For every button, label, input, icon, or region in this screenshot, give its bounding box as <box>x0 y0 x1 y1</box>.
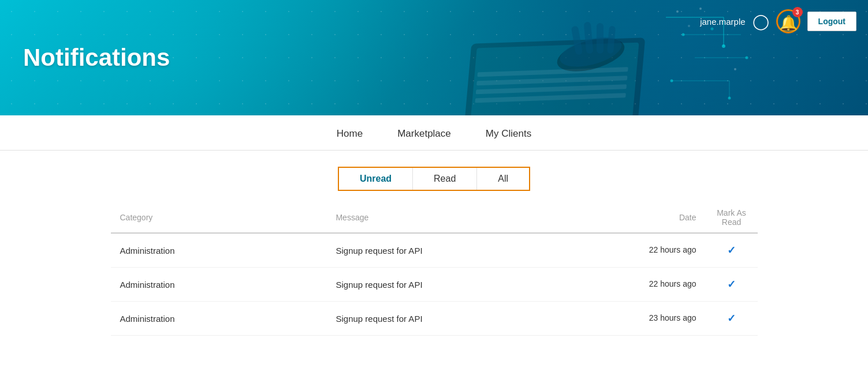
cell-message-0: Signup request for API <box>326 233 636 268</box>
nav-home[interactable]: Home <box>337 128 363 140</box>
cell-date-0: 22 hours ago <box>636 233 706 268</box>
mark-read-check-0[interactable]: ✓ <box>727 245 736 256</box>
avatar-icon[interactable]: ◯ <box>752 13 769 31</box>
cell-message-2: Signup request for API <box>326 302 636 336</box>
nav-my-clients[interactable]: My Clients <box>486 128 531 140</box>
table-row: Administration Signup request for API 23… <box>111 302 758 336</box>
filter-section: Unread Read All <box>0 151 868 202</box>
table-row: Administration Signup request for API 22… <box>111 233 758 268</box>
cell-mark-1[interactable]: ✓ <box>706 268 758 302</box>
svg-point-25 <box>688 25 690 27</box>
svg-point-14 <box>722 44 725 48</box>
cell-mark-2[interactable]: ✓ <box>706 302 758 336</box>
notification-badge: 3 <box>792 7 803 17</box>
bell-wrapper[interactable]: 🔔 3 <box>776 9 800 33</box>
cell-mark-0[interactable]: ✓ <box>706 233 758 268</box>
table-header-row: Category Message Date Mark As Read <box>111 202 758 233</box>
nav-marketplace[interactable]: Marketplace <box>397 128 451 140</box>
col-header-date: Date <box>636 202 706 233</box>
svg-point-16 <box>682 33 685 36</box>
logout-button[interactable]: Logout <box>807 12 856 31</box>
header-controls: jane.marple ◯ 🔔 3 Logout <box>700 9 856 33</box>
mark-read-check-1[interactable]: ✓ <box>727 279 736 290</box>
filter-tab-all[interactable]: All <box>477 168 529 190</box>
cell-category-2: Administration <box>111 302 327 336</box>
col-header-message: Message <box>326 202 636 233</box>
svg-rect-10 <box>597 23 603 54</box>
notifications-table: Category Message Date Mark As Read Admin… <box>111 202 758 336</box>
cell-category-0: Administration <box>111 233 327 268</box>
table-row: Administration Signup request for API 22… <box>111 268 758 302</box>
svg-point-23 <box>676 10 679 13</box>
cell-message-1: Signup request for API <box>326 268 636 302</box>
filter-tab-read[interactable]: Read <box>413 168 477 190</box>
filter-tab-unread[interactable]: Unread <box>339 168 413 190</box>
svg-point-22 <box>728 97 731 100</box>
cell-category-1: Administration <box>111 268 327 302</box>
svg-point-27 <box>734 68 736 70</box>
main-nav: Home Marketplace My Clients <box>0 115 868 151</box>
page-title: Notifications <box>0 44 170 72</box>
svg-point-21 <box>670 80 673 82</box>
page-header: Notifications jane.marple ◯ 🔔 3 Logout <box>0 0 868 115</box>
cell-date-2: 23 hours ago <box>636 302 706 336</box>
mark-read-check-2[interactable]: ✓ <box>727 313 736 324</box>
col-header-mark-as-read: Mark As Read <box>706 202 758 233</box>
username-label: jane.marple <box>700 17 745 27</box>
notifications-container: Category Message Date Mark As Read Admin… <box>88 202 781 359</box>
cell-date-1: 22 hours ago <box>636 268 706 302</box>
filter-tabs-container: Unread Read All <box>338 167 530 191</box>
col-header-category: Category <box>111 202 327 233</box>
svg-point-18 <box>746 57 748 59</box>
